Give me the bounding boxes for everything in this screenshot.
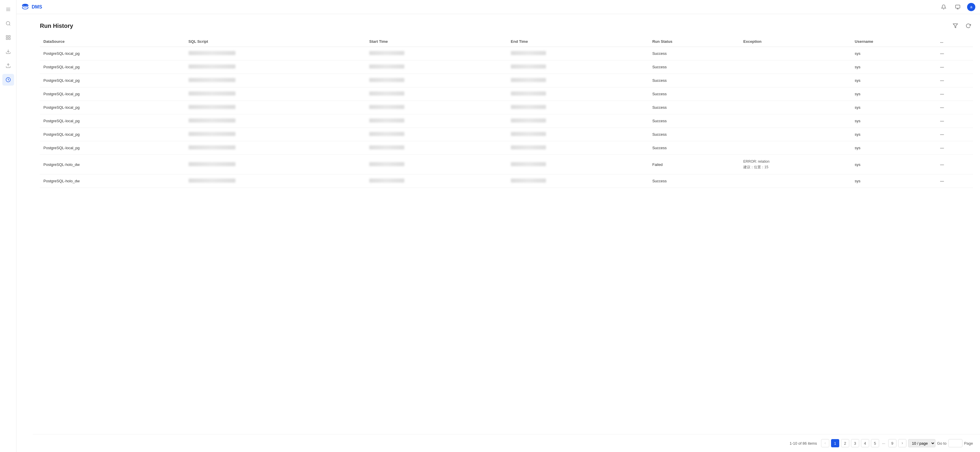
page-4-button[interactable]: 4 bbox=[861, 439, 869, 447]
page-header: Run History bbox=[40, 21, 973, 30]
cell-end-time bbox=[507, 47, 649, 60]
page-5-button[interactable]: 5 bbox=[871, 439, 879, 447]
cell-username: sys bbox=[851, 87, 937, 101]
sql-script-blurred bbox=[189, 78, 235, 82]
sidebar bbox=[0, 0, 16, 452]
run-history-table: DataSource SQL Script Start Time End Tim… bbox=[40, 36, 973, 188]
page-1-button[interactable]: 1 bbox=[831, 439, 839, 447]
page-2-button[interactable]: 2 bbox=[841, 439, 849, 447]
cell-more[interactable]: — bbox=[937, 114, 973, 128]
cell-sql-script bbox=[185, 155, 366, 174]
goto-input[interactable] bbox=[948, 439, 963, 447]
cell-end-time bbox=[507, 101, 649, 114]
cell-exception bbox=[740, 87, 851, 101]
next-page-button[interactable] bbox=[898, 439, 907, 447]
goto-label: Go to bbox=[937, 441, 947, 446]
cell-exception bbox=[740, 47, 851, 60]
cell-more[interactable]: — bbox=[937, 87, 973, 101]
cell-sql-script bbox=[185, 174, 366, 188]
cell-datasource: PostgreSQL-local_pg bbox=[40, 74, 185, 87]
cell-more[interactable]: — bbox=[937, 60, 973, 74]
sidebar-item-search[interactable] bbox=[2, 17, 14, 29]
user-avatar[interactable]: a bbox=[967, 3, 975, 11]
cell-start-time bbox=[366, 114, 507, 128]
cell-username: sys bbox=[851, 74, 937, 87]
cell-more[interactable]: — bbox=[937, 141, 973, 155]
cell-run-status: Failed bbox=[649, 155, 740, 174]
cell-datasource: PostgreSQL-local_pg bbox=[40, 141, 185, 155]
settings-icon[interactable] bbox=[953, 2, 963, 12]
cell-exception bbox=[740, 60, 851, 74]
sql-script-blurred bbox=[189, 179, 235, 182]
col-datasource: DataSource bbox=[40, 36, 185, 47]
svg-marker-16 bbox=[953, 24, 958, 28]
col-sql-script: SQL Script bbox=[185, 36, 366, 47]
cell-start-time bbox=[366, 87, 507, 101]
sql-script-blurred bbox=[189, 132, 235, 136]
app-name: DMS bbox=[32, 5, 42, 10]
sql-script-blurred bbox=[189, 105, 235, 109]
svg-rect-5 bbox=[6, 35, 8, 37]
topbar-actions: a bbox=[939, 2, 975, 12]
cell-sql-script bbox=[185, 101, 366, 114]
cell-end-time bbox=[507, 87, 649, 101]
page-label: Page bbox=[964, 441, 973, 446]
cell-run-status: Success bbox=[649, 74, 740, 87]
page-size-select[interactable]: 10 / page 20 / page 50 / page bbox=[908, 439, 935, 447]
pagination-dots: ··· bbox=[881, 441, 886, 446]
cell-more[interactable]: — bbox=[937, 47, 973, 60]
cell-datasource: PostgreSQL-local_pg bbox=[40, 128, 185, 141]
sql-script-blurred bbox=[189, 92, 235, 95]
cell-exception: ERROR: relation 建议：位置：15 bbox=[740, 155, 851, 174]
start-time-blurred bbox=[369, 51, 404, 55]
page-actions bbox=[951, 21, 973, 30]
end-time-blurred bbox=[511, 179, 546, 182]
table-row: PostgreSQL-local_pgSuccesssys— bbox=[40, 141, 973, 155]
col-start-time: Start Time bbox=[366, 36, 507, 47]
prev-page-button[interactable] bbox=[821, 439, 829, 447]
start-time-blurred bbox=[369, 162, 404, 166]
cell-exception bbox=[740, 174, 851, 188]
start-time-blurred bbox=[369, 105, 404, 109]
cell-more[interactable]: — bbox=[937, 155, 973, 174]
end-time-blurred bbox=[511, 105, 546, 109]
cell-run-status: Success bbox=[649, 174, 740, 188]
cell-datasource: PostgreSQL-local_pg bbox=[40, 101, 185, 114]
cell-start-time bbox=[366, 141, 507, 155]
refresh-button[interactable] bbox=[964, 21, 973, 30]
sidebar-item-menu[interactable] bbox=[2, 3, 14, 15]
start-time-blurred bbox=[369, 78, 404, 82]
cell-datasource: PostgreSQL-local_pg bbox=[40, 60, 185, 74]
topbar: DMS a bbox=[16, 0, 980, 14]
notification-icon[interactable] bbox=[939, 2, 948, 12]
cell-username: sys bbox=[851, 60, 937, 74]
page-9-button[interactable]: 9 bbox=[888, 439, 896, 447]
cell-exception bbox=[740, 128, 851, 141]
cell-end-time bbox=[507, 128, 649, 141]
cell-username: sys bbox=[851, 128, 937, 141]
cell-more[interactable]: — bbox=[937, 74, 973, 87]
cell-username: sys bbox=[851, 47, 937, 60]
pagination-info: 1-10 of 86 items bbox=[790, 441, 817, 446]
sidebar-item-list[interactable] bbox=[2, 32, 14, 43]
page-3-button[interactable]: 3 bbox=[851, 439, 859, 447]
cell-sql-script bbox=[185, 60, 366, 74]
start-time-blurred bbox=[369, 92, 404, 95]
table-row: PostgreSQL-local_pgSuccesssys— bbox=[40, 74, 973, 87]
sidebar-item-history[interactable] bbox=[2, 74, 14, 86]
table-row: PostgreSQL-local_pgSuccesssys— bbox=[40, 114, 973, 128]
sidebar-item-download[interactable] bbox=[2, 46, 14, 57]
filter-button[interactable] bbox=[951, 21, 960, 30]
table-row: PostgreSQL-holo_dwFailedERROR: relation … bbox=[40, 155, 973, 174]
cell-start-time bbox=[366, 155, 507, 174]
end-time-blurred bbox=[511, 162, 546, 166]
cell-datasource: PostgreSQL-local_pg bbox=[40, 114, 185, 128]
cell-more[interactable]: — bbox=[937, 128, 973, 141]
cell-username: sys bbox=[851, 155, 937, 174]
end-time-blurred bbox=[511, 145, 546, 149]
table-row: PostgreSQL-local_pgSuccesssys— bbox=[40, 128, 973, 141]
page-title: Run History bbox=[40, 22, 73, 29]
cell-more[interactable]: — bbox=[937, 174, 973, 188]
sidebar-item-upload[interactable] bbox=[2, 60, 14, 71]
cell-more[interactable]: — bbox=[937, 101, 973, 114]
